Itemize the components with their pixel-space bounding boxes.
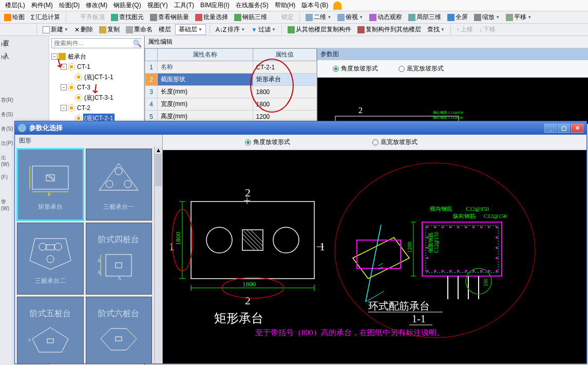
new-button[interactable]: 新建 ▼ (41, 24, 70, 35)
menu-view[interactable]: 视图(Y) (144, 0, 171, 11)
menu-bim[interactable]: BIM应用(I) (197, 0, 233, 11)
svg-point-73 (480, 226, 482, 228)
move-up-button[interactable]: ↑ 上移 (454, 24, 475, 35)
svg-line-35 (247, 230, 262, 246)
tree-ct1-child[interactable]: (底)CT-1-1 (51, 72, 142, 82)
side-tab-6[interactable]: 出(W) (0, 151, 14, 170)
rebar-3d-button[interactable]: 钢筋三维 (232, 12, 269, 23)
toolbar1: 绘图 Σ 汇总计算 平齐板顶 查找图元 查看钢筋量 批量选择 钢筋三维 锁定 二… (0, 11, 588, 24)
menu-rebar[interactable]: 钢筋量(Q) (110, 0, 144, 11)
pan-button[interactable]: 平移 ▼ (504, 12, 534, 23)
batch-select-button[interactable]: 批量选择 (193, 12, 230, 23)
base-floor-dropdown[interactable]: 基础层 ▼ (175, 24, 206, 35)
rename-button[interactable]: 重命名 (124, 24, 155, 35)
shape-tile-tri1[interactable]: 三桩承台一 (86, 149, 153, 221)
summary-button[interactable]: Σ 汇总计算 (29, 12, 62, 23)
search-button[interactable]: 🔍 (133, 39, 142, 48)
local-3d-button[interactable]: 局部三维 (406, 12, 443, 23)
menu-version[interactable]: 版本号(B) (298, 0, 331, 11)
side-tab-4[interactable]: 务(S) (0, 122, 14, 136)
svg-rect-29 (116, 337, 122, 341)
menu-floor[interactable]: 楼层(L) (2, 0, 28, 11)
side-tab-2[interactable]: 荐(R) (0, 94, 14, 107)
param-viewport[interactable]: 2 钢心钢筋 C12@150 钢心钢筋 C12@150 (317, 78, 588, 124)
table-row[interactable]: 4 宽度(mm) 1800 (145, 98, 317, 111)
side-tab-3[interactable]: 务(S) (0, 108, 14, 121)
svg-point-79 (449, 270, 451, 272)
menu-component[interactable]: 构件(M) (28, 0, 56, 11)
tree-root[interactable]: − 桩承台 (51, 51, 142, 62)
preview-radio-angle[interactable]: 角度放坡形式 (245, 138, 290, 147)
side-tab-0[interactable]: H) (0, 39, 14, 50)
menu-modify[interactable]: 修改(M) (83, 0, 110, 11)
side-tab-7[interactable]: (F) (0, 171, 14, 183)
find-elem-button[interactable]: 查找图元 (109, 12, 146, 23)
component-tree: ↘ − 桩承台 − CT-1 (底)CT-1-1 − CT-3 (49, 50, 144, 124)
preview-canvas[interactable]: 2 2 1 1 1800 1800 矩形承台 (163, 150, 586, 363)
svg-point-31 (206, 227, 232, 253)
svg-text:C12@150: C12@150 (484, 213, 507, 219)
find-button[interactable]: 查找 ▼ (425, 24, 447, 35)
tree-ct3[interactable]: − CT-3 (51, 82, 142, 93)
collapse-icon[interactable]: − (61, 105, 67, 111)
svg-text:A: A (28, 337, 31, 342)
delete-button[interactable]: ✕ 删除 (72, 24, 95, 35)
fullscreen-button[interactable]: 全屏 (445, 12, 470, 23)
close-button[interactable]: ✕ (571, 123, 583, 133)
preview-radio-bottom[interactable]: 底宽放坡形式 (372, 138, 418, 147)
col-name: 属性名称 (158, 49, 253, 61)
collapse-icon[interactable]: − (51, 53, 58, 60)
svg-point-16 (54, 243, 62, 250)
radio-bottom-width-slope[interactable]: 底宽放坡形式 (399, 64, 444, 73)
gear-icon (68, 84, 75, 91)
table-row-selected[interactable]: 2 截面形状 矩形承台 (145, 74, 317, 86)
svg-point-75 (496, 226, 498, 228)
side-tab-5[interactable]: 出(P) (0, 137, 14, 150)
tree-ct2[interactable]: − CT-2 (51, 103, 142, 113)
shape-tile-tri2[interactable]: 三桩承台二 (17, 223, 84, 295)
view-rebar-button[interactable]: 查看钢筋量 (148, 12, 191, 23)
lock-button[interactable]: 锁定 (271, 12, 296, 23)
minimize-button[interactable]: _ (544, 123, 557, 133)
zoom-button[interactable]: 缩放 ▼ (472, 12, 502, 23)
shape-tile-step4[interactable]: 阶式四桩台 A A A (86, 223, 153, 295)
copy-to-other-button[interactable]: 复制构件到其他楼层 (355, 24, 423, 35)
svg-point-82 (472, 270, 475, 272)
menu-online[interactable]: 在线服务(S) (233, 0, 272, 11)
filter-button[interactable]: ▼ 过滤 ▼ (249, 24, 278, 35)
copy-from-other-button[interactable]: 从其他楼层复制构件 (286, 24, 353, 35)
svg-point-78 (442, 270, 444, 272)
collapse-icon[interactable]: − (61, 64, 67, 70)
menu-draw[interactable]: 绘图(D) (56, 0, 83, 11)
tree-ct1[interactable]: − CT-1 (51, 62, 142, 72)
2d-dropdown[interactable]: 二维 ▼ (304, 12, 333, 23)
tree-ct3-child[interactable]: (底)CT-3-1 (51, 93, 142, 103)
perspective-button[interactable]: 俯视 ▼ (335, 12, 365, 23)
side-tab-1[interactable]: H) (0, 51, 14, 63)
worker-icon[interactable] (333, 2, 342, 10)
table-row[interactable]: 1 名称 CT-2-1 (145, 61, 317, 74)
sort-button[interactable]: A↓Z 排序 ▼ (214, 24, 247, 35)
svg-point-17 (47, 256, 54, 263)
collapse-icon[interactable]: − (61, 84, 67, 90)
radio-angle-slope[interactable]: 角度放坡形式 (333, 64, 378, 73)
search-input[interactable] (52, 39, 133, 48)
dynamic-observe-button[interactable]: 动态观察 (367, 12, 404, 23)
menu-tool[interactable]: 工具(T) (171, 0, 197, 11)
table-row[interactable]: 3 长度(mm) 1800 (145, 86, 317, 98)
shape-tile-step6[interactable]: 阶式六桩台 (86, 297, 153, 363)
side-tab-8[interactable]: 带(W) (0, 195, 14, 214)
svg-point-91 (496, 257, 498, 259)
maximize-button[interactable]: ▢ (558, 123, 570, 133)
dialog-titlebar[interactable]: 参数化选择 _ ▢ ✕ (15, 121, 586, 135)
shape-tile-step5[interactable]: 阶式五桩台 A (17, 297, 84, 363)
draw-button[interactable]: 绘图 (2, 12, 27, 23)
svg-rect-20 (116, 263, 122, 268)
svg-line-36 (243, 234, 258, 250)
gallery-scrollbar[interactable]: ▲ (154, 147, 162, 363)
menu-help[interactable]: 帮助(H) (272, 0, 299, 11)
shape-tile-rect[interactable]: B 矩形承台 (17, 149, 84, 221)
flat-top-button[interactable]: 平齐板顶 (70, 12, 107, 23)
copy-button[interactable]: 复制 (97, 24, 122, 35)
move-down-button[interactable]: ↓ 下移 (477, 24, 498, 35)
